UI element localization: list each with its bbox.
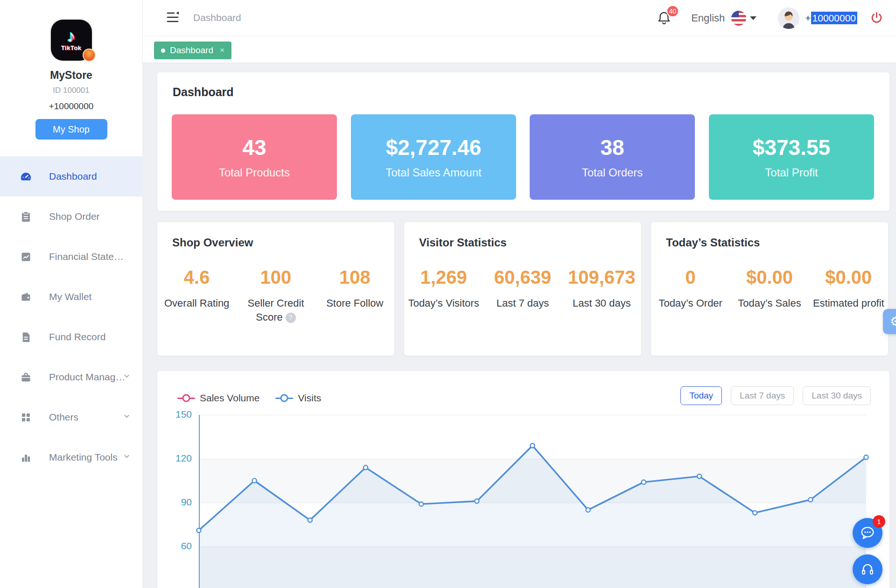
- range-button-last-30-days[interactable]: Last 30 days: [803, 386, 871, 405]
- tab-active-dot: [161, 49, 165, 53]
- store-logo[interactable]: ♪ TikTok: [51, 20, 92, 61]
- wallet-icon: [20, 291, 32, 303]
- stat-value: $2,727.46: [386, 135, 482, 160]
- stat-value: 4.6: [160, 267, 233, 288]
- topbar-right-cluster: 40 English +10000000: [656, 0, 884, 36]
- stat-value: $0.00: [812, 267, 885, 288]
- grid-icon: [20, 411, 32, 424]
- topbar: Dashboard 40 English +10000000: [143, 0, 896, 36]
- collapse-sidebar-icon[interactable]: [166, 11, 180, 25]
- tab-dashboard[interactable]: Dashboard ×: [154, 42, 231, 59]
- seller-credit-score-stat: 100 Seller Credit Score?: [236, 267, 315, 324]
- stat-label: Overall Rating: [160, 296, 233, 310]
- legend-item-sales-volume[interactable]: Sales Volume: [177, 392, 259, 404]
- legend-label: Sales Volume: [200, 392, 259, 404]
- sidebar-item-fund-record[interactable]: Fund Record: [0, 317, 142, 357]
- total-profit-card: $373.55 Total Profit: [709, 114, 874, 200]
- tab-label: Dashboard: [170, 45, 213, 56]
- sidebar-item-financial-statement[interactable]: Financial State…: [0, 237, 142, 277]
- sidebar-item-shop-order[interactable]: Shop Order: [0, 196, 142, 237]
- tab-bar: Dashboard ×: [143, 36, 896, 63]
- sales-volume-marker-icon: [177, 394, 195, 402]
- todays-visitors-stat: 1,269 Today’s Visitors: [404, 267, 483, 310]
- panel-title: Shop Overview: [172, 236, 253, 249]
- stat-value: 43: [242, 135, 266, 160]
- clipboard-icon: [20, 210, 32, 223]
- estimated-profit-stat: $0.00 Estimated profit: [809, 267, 888, 310]
- stat-label: Today’s Visitors: [407, 296, 480, 310]
- sidebar-item-label: My Wallet: [49, 291, 91, 302]
- chart-y-axis-labels: 1501209060: [162, 415, 192, 588]
- stat-label: Today’s Sales: [733, 296, 806, 310]
- bar-chart-icon: [20, 451, 32, 464]
- settings-gear-icon[interactable]: ⚙: [883, 309, 896, 334]
- stat-value: $373.55: [753, 135, 830, 160]
- sidebar-item-dashboard[interactable]: Dashboard: [0, 156, 142, 196]
- todays-sales-stat: $0.00 Today’s Sales: [730, 267, 809, 310]
- y-axis-tick: 60: [162, 540, 192, 552]
- total-sales-amount-card: $2,727.46 Total Sales Amount: [351, 114, 516, 200]
- chat-support-button[interactable]: 1: [853, 518, 882, 548]
- sidebar: ♪ TikTok MyStore ID 100001 +10000000 My …: [0, 0, 143, 588]
- sidebar-item-my-wallet[interactable]: My Wallet: [0, 277, 142, 317]
- stat-label: Total Orders: [582, 166, 643, 179]
- store-id: ID 100001: [0, 86, 142, 95]
- sidebar-item-label: Shop Order: [49, 211, 100, 222]
- us-flag-icon[interactable]: [731, 11, 746, 26]
- logout-power-icon[interactable]: [869, 11, 884, 26]
- stat-label: Total Products: [219, 166, 290, 179]
- document-icon: [20, 331, 32, 343]
- chat-bubble-icon: [859, 525, 876, 541]
- language-selector[interactable]: English: [691, 12, 725, 24]
- range-button-last-7-days[interactable]: Last 7 days: [731, 386, 794, 405]
- sidebar-item-product-management[interactable]: Product Manag…: [0, 357, 142, 397]
- last-30-days-visitors-stat: 109,673 Last 30 days: [562, 267, 641, 310]
- user-avatar[interactable]: [778, 7, 799, 29]
- stat-label: Total Profit: [765, 166, 818, 179]
- chat-unread-badge: 1: [873, 515, 885, 528]
- total-products-card: 43 Total Products: [172, 114, 337, 200]
- notification-count-badge: 40: [666, 5, 679, 17]
- sidebar-item-marketing-tools[interactable]: Marketing Tools: [0, 437, 142, 477]
- phone-prefix: +: [805, 13, 811, 23]
- visits-marker-icon: [275, 394, 293, 402]
- chevron-down-icon: [123, 453, 130, 462]
- overall-rating-stat: 4.6 Overall Rating: [157, 267, 236, 324]
- store-level-badge: [83, 49, 96, 62]
- panel-title: Visitor Statistics: [419, 236, 507, 249]
- y-axis-tick: 90: [162, 497, 192, 508]
- sidebar-item-others[interactable]: Others: [0, 397, 142, 437]
- notification-bell-icon[interactable]: 40: [656, 10, 672, 27]
- last-7-days-visitors-stat: 60,639 Last 7 days: [483, 267, 562, 310]
- phone-selected-text: 10000000: [811, 12, 857, 24]
- visitor-statistics-panel: Visitor Statistics 1,269 Today’s Visitor…: [404, 222, 641, 356]
- tab-close-icon[interactable]: ×: [220, 46, 224, 55]
- todays-order-stat: 0 Today’s Order: [651, 267, 730, 310]
- legend-label: Visits: [298, 392, 321, 404]
- total-orders-card: 38 Total Orders: [530, 114, 695, 200]
- sidebar-item-label: Dashboard: [49, 171, 97, 182]
- shop-overview-panel: Shop Overview 4.6 Overall Rating 100 Sel…: [157, 222, 394, 356]
- y-axis-tick: 120: [162, 453, 192, 464]
- legend-item-visits[interactable]: Visits: [275, 392, 321, 404]
- account-phone-field[interactable]: +10000000: [805, 13, 857, 24]
- stat-value: 60,639: [486, 267, 559, 288]
- store-phone: +10000000: [0, 101, 142, 112]
- stat-label: Today’s Order: [654, 296, 727, 310]
- panel-title: Today’s Statistics: [666, 236, 760, 249]
- stat-value: 100: [239, 267, 312, 288]
- sidebar-item-label: Marketing Tools: [49, 452, 118, 463]
- customer-service-button[interactable]: [853, 554, 882, 584]
- stat-label: Last 7 days: [486, 296, 559, 310]
- range-button-today[interactable]: Today: [680, 386, 722, 405]
- store-name: MyStore: [0, 69, 142, 82]
- chevron-down-icon: [123, 373, 130, 382]
- stat-label: Total Sales Amount: [385, 166, 481, 179]
- help-question-icon[interactable]: ?: [286, 313, 296, 323]
- my-shop-button[interactable]: My Shop: [35, 119, 107, 140]
- stat-value: 109,673: [565, 267, 638, 288]
- sales-visits-chart-card: Sales Volume Visits Today Last 7 days La…: [157, 371, 889, 588]
- stat-value: 108: [318, 267, 392, 288]
- caret-down-icon[interactable]: [750, 16, 756, 20]
- sidebar-item-label: Fund Record: [49, 331, 105, 343]
